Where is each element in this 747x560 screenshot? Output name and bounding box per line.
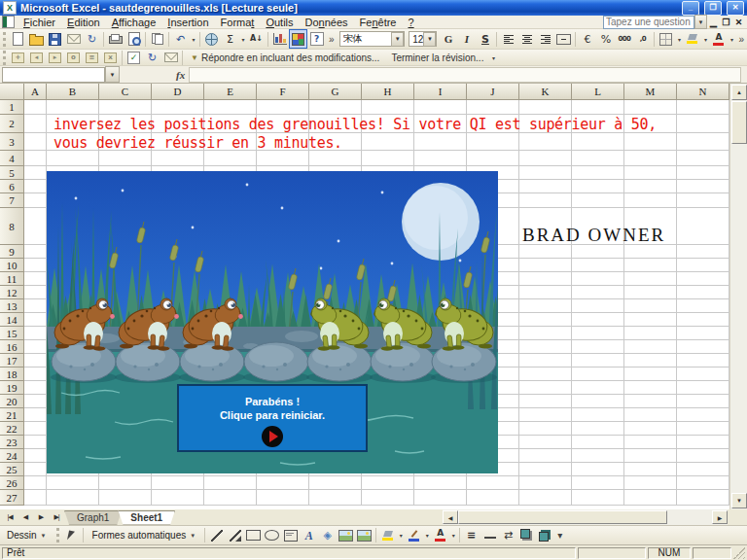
cell-A4[interactable] bbox=[24, 151, 47, 166]
cell-M20[interactable] bbox=[624, 395, 677, 408]
cell-M5[interactable] bbox=[624, 166, 677, 180]
reviewing-toolbar-dropdown[interactable]: ▾ bbox=[489, 54, 497, 61]
row-header-8[interactable]: 8 bbox=[0, 208, 24, 245]
cell-B1[interactable] bbox=[47, 100, 99, 115]
cell-C26[interactable] bbox=[99, 476, 152, 490]
row-header-13[interactable]: 13 bbox=[0, 299, 24, 313]
cell-K12[interactable] bbox=[519, 286, 572, 299]
shadow-style-button[interactable] bbox=[517, 526, 536, 545]
send-to-mail-recipient-button[interactable] bbox=[161, 48, 180, 67]
cell-K25[interactable] bbox=[519, 463, 572, 476]
cell-L19[interactable] bbox=[572, 381, 624, 395]
column-header-A[interactable]: A bbox=[24, 84, 47, 100]
cell-K16[interactable] bbox=[519, 340, 572, 354]
row-header-11[interactable]: 11 bbox=[0, 272, 24, 286]
cell-A7[interactable] bbox=[24, 193, 47, 208]
autosum-dropdown[interactable]: ▾ bbox=[239, 36, 247, 43]
new-document-button[interactable] bbox=[9, 29, 27, 49]
row-header-9[interactable]: 9 bbox=[0, 245, 24, 259]
end-review-button[interactable]: Terminer la révision... bbox=[385, 51, 489, 65]
row-header-26[interactable]: 26 bbox=[0, 476, 24, 490]
select-objects-button[interactable] bbox=[62, 526, 81, 545]
stone-4[interactable] bbox=[243, 342, 309, 383]
column-header-G[interactable]: G bbox=[309, 84, 362, 100]
sheet-tab-sheet1[interactable]: Sheet1 bbox=[118, 510, 175, 525]
cell-I3[interactable] bbox=[414, 133, 467, 151]
cell-M13[interactable] bbox=[624, 299, 677, 313]
cell-K21[interactable] bbox=[519, 408, 572, 422]
cell-K11[interactable] bbox=[519, 272, 572, 286]
fill-color-dropdown[interactable]: ▾ bbox=[701, 36, 709, 43]
cell-H4[interactable] bbox=[362, 151, 414, 166]
question-dropdown-icon[interactable]: ▼ bbox=[694, 15, 707, 29]
cell-A23[interactable] bbox=[24, 436, 47, 449]
column-header-E[interactable]: E bbox=[204, 84, 257, 100]
cell-B4[interactable] bbox=[47, 151, 99, 166]
cell-L24[interactable] bbox=[572, 449, 624, 463]
workbook-minimize-button[interactable]: ▁ bbox=[707, 18, 720, 27]
cell-I4[interactable] bbox=[414, 151, 467, 166]
borders-button[interactable] bbox=[657, 29, 675, 49]
line-style-button[interactable]: ≡ bbox=[462, 526, 480, 545]
row-header-19[interactable]: 19 bbox=[0, 381, 24, 395]
cell-L12[interactable] bbox=[572, 286, 624, 299]
cell-K15[interactable] bbox=[519, 327, 572, 340]
cell-N27[interactable] bbox=[677, 490, 729, 506]
cell-K10[interactable] bbox=[519, 259, 572, 272]
workbook-close-button[interactable]: ✕ bbox=[732, 18, 745, 27]
cell-M17[interactable] bbox=[624, 354, 677, 368]
font-name-dropdown-icon[interactable]: ▼ bbox=[391, 32, 404, 47]
addin-tool-button[interactable] bbox=[289, 29, 307, 49]
cell-N23[interactable] bbox=[677, 436, 729, 449]
diagram-button[interactable]: ◈ bbox=[318, 526, 337, 545]
cell-A20[interactable] bbox=[24, 395, 47, 408]
sheet-tab-graph1[interactable]: Graph1 bbox=[64, 510, 122, 525]
column-header-I[interactable]: I bbox=[414, 84, 467, 100]
vertical-scroll-thumb[interactable] bbox=[731, 101, 747, 144]
cell-K3[interactable] bbox=[519, 133, 572, 151]
cell-A8[interactable] bbox=[24, 208, 47, 245]
cell-A21[interactable] bbox=[24, 408, 47, 422]
horizontal-scroll-track[interactable] bbox=[667, 510, 712, 524]
show-all-comments-button[interactable]: ≡ bbox=[83, 48, 101, 67]
delete-comment-button[interactable]: x bbox=[101, 48, 120, 67]
sort-ascending-button[interactable]: A↓ bbox=[247, 29, 266, 49]
cell-C1[interactable] bbox=[99, 100, 152, 115]
arrow-button[interactable] bbox=[226, 526, 244, 545]
cell-L3[interactable] bbox=[572, 133, 624, 151]
line-color-dropdown[interactable]: ▾ bbox=[423, 532, 431, 539]
workbook-icon[interactable] bbox=[2, 16, 15, 28]
menu-format[interactable]: Format bbox=[215, 17, 261, 28]
bold-button[interactable]: G bbox=[439, 29, 457, 49]
column-header-H[interactable]: H bbox=[362, 84, 414, 100]
borders-dropdown[interactable]: ▾ bbox=[675, 36, 683, 43]
previous-comment-button[interactable]: ◂ bbox=[27, 48, 46, 67]
cell-N5[interactable] bbox=[677, 166, 729, 180]
cell-A15[interactable] bbox=[24, 327, 47, 340]
cell-B26[interactable] bbox=[47, 476, 99, 490]
menu-outils[interactable]: Outils bbox=[260, 17, 299, 28]
oval-button[interactable] bbox=[263, 526, 281, 545]
new-comment-button[interactable]: + bbox=[9, 48, 27, 67]
font-color-dropdown[interactable]: ▾ bbox=[449, 532, 457, 539]
column-header-F[interactable]: F bbox=[257, 84, 309, 100]
cell-A11[interactable] bbox=[24, 272, 47, 286]
cell-A18[interactable] bbox=[24, 368, 47, 381]
cell-K24[interactable] bbox=[519, 449, 572, 463]
row-header-17[interactable]: 17 bbox=[0, 354, 24, 368]
font-color-button[interactable]: A bbox=[709, 29, 728, 49]
cell-N15[interactable] bbox=[677, 327, 729, 340]
cell-L25[interactable] bbox=[572, 463, 624, 476]
cell-A13[interactable] bbox=[24, 299, 47, 313]
align-left-button[interactable] bbox=[499, 29, 517, 49]
name-box-input[interactable] bbox=[2, 67, 105, 83]
cell-K26[interactable] bbox=[519, 476, 572, 490]
row-header-22[interactable]: 22 bbox=[0, 422, 24, 436]
cell-L26[interactable] bbox=[572, 476, 624, 490]
cell-K14[interactable] bbox=[519, 313, 572, 327]
cell-N22[interactable] bbox=[677, 422, 729, 436]
insert-picture-button[interactable] bbox=[355, 526, 374, 545]
open-button[interactable] bbox=[27, 29, 46, 49]
cell-L15[interactable] bbox=[572, 327, 624, 340]
cell-N14[interactable] bbox=[677, 313, 729, 327]
